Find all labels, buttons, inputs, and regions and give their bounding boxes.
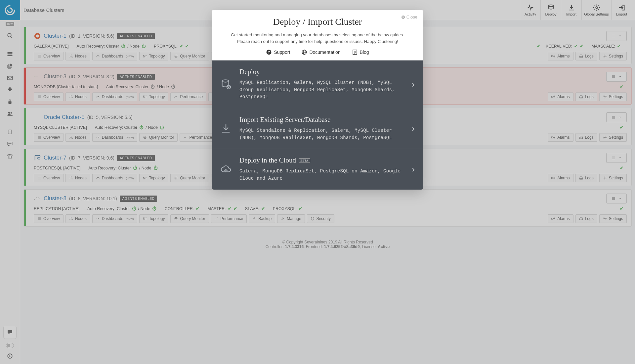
documentation-link[interactable]: Documentation <box>301 49 340 55</box>
svg-point-128 <box>222 80 229 82</box>
chevron-right-icon: › <box>412 164 415 174</box>
modal-description: Get started monitoring and managing your… <box>225 32 410 45</box>
support-link[interactable]: ?Support <box>266 49 290 55</box>
modal-option-2[interactable]: Deploy in the CloudBETA Galera, MongoDB … <box>212 149 423 189</box>
modal-option-1[interactable]: Import Existing Server/Database MySQL St… <box>212 108 423 149</box>
chevron-right-icon: › <box>412 124 415 134</box>
modal-title: Deploy / Import Cluster <box>219 17 416 27</box>
modal-overlay: Close Deploy / Import Cluster Get starte… <box>0 0 635 364</box>
blog-link[interactable]: Blog <box>352 49 369 55</box>
chevron-right-icon: › <box>412 79 415 90</box>
svg-text:?: ? <box>268 50 270 54</box>
deploy-import-modal: Close Deploy / Import Cluster Get starte… <box>212 10 423 190</box>
modal-option-0[interactable]: Deploy MySQL Replication, Galera, MySQL … <box>212 60 423 108</box>
close-button[interactable]: Close <box>401 15 417 19</box>
